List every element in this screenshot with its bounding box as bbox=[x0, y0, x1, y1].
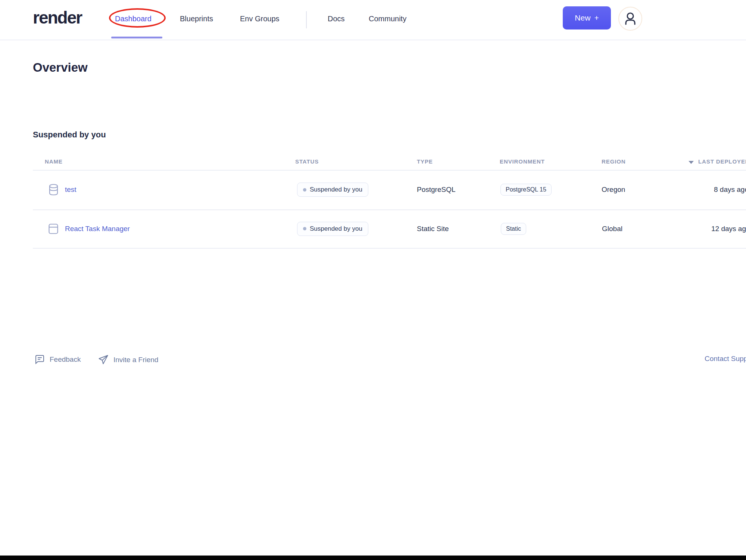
environment-badge: PostgreSQL 15 bbox=[500, 184, 552, 196]
status-dot-icon bbox=[303, 188, 306, 192]
status-badge: Suspended by you bbox=[297, 222, 368, 236]
column-header-type: TYPE bbox=[417, 158, 433, 165]
column-header-environment: ENVIRONMENT bbox=[500, 158, 545, 165]
table-bottom-divider bbox=[33, 248, 746, 249]
feedback-label: Feedback bbox=[50, 355, 81, 364]
nav-env-groups[interactable]: Env Groups bbox=[240, 15, 280, 23]
feedback-icon bbox=[35, 355, 45, 364]
nav-divider bbox=[306, 11, 307, 28]
database-icon bbox=[49, 184, 59, 196]
section-heading: Suspended by you bbox=[33, 130, 106, 140]
column-header-last-deployed[interactable]: LAST DEPLOYED bbox=[698, 158, 746, 165]
status-dot-icon bbox=[303, 227, 306, 230]
user-avatar-button[interactable] bbox=[618, 7, 642, 31]
status-badge: Suspended by you bbox=[297, 183, 368, 197]
invite-label: Invite a Friend bbox=[113, 356, 158, 364]
active-tab-underline bbox=[111, 37, 162, 38]
service-name-link[interactable]: React Task Manager bbox=[65, 225, 130, 233]
sort-descending-icon bbox=[689, 161, 694, 164]
person-icon bbox=[622, 11, 638, 27]
nav-community[interactable]: Community bbox=[369, 15, 406, 23]
feedback-link[interactable]: Feedback bbox=[35, 355, 81, 364]
render-dashboard-page: render Dashboard Blueprints Env Groups D… bbox=[0, 0, 746, 560]
column-header-status: STATUS bbox=[295, 158, 319, 165]
service-region: Oregon bbox=[602, 186, 625, 194]
page-title: Overview bbox=[33, 60, 88, 75]
nav-community-label: Community bbox=[369, 15, 406, 23]
contact-support-link[interactable]: Contact Support bbox=[705, 355, 746, 363]
status-badge-label: Suspended by you bbox=[310, 186, 362, 193]
nav-blueprints[interactable]: Blueprints bbox=[180, 15, 213, 23]
nav-dashboard-label: Dashboard bbox=[115, 15, 152, 23]
environment-badge: Static bbox=[501, 223, 526, 235]
nav-env-groups-label: Env Groups bbox=[240, 15, 280, 23]
last-deploy-value: 8 days ago bbox=[714, 186, 746, 194]
table-row[interactable]: React Task Manager Suspended by you Stat… bbox=[0, 209, 746, 248]
new-button[interactable]: New + bbox=[563, 6, 611, 29]
last-deploy-value: 12 days ago bbox=[711, 225, 746, 233]
status-badge-label: Suspended by you bbox=[310, 225, 362, 233]
nav-dashboard[interactable]: Dashboard bbox=[115, 15, 152, 23]
contact-support-label: Contact Support bbox=[705, 355, 746, 363]
column-header-name: NAME bbox=[45, 158, 63, 165]
plus-icon: + bbox=[594, 13, 599, 22]
top-nav: render Dashboard Blueprints Env Groups D… bbox=[0, 0, 746, 40]
new-button-label: New bbox=[575, 13, 590, 22]
static-site-icon bbox=[49, 224, 58, 234]
table-row[interactable]: test Suspended by you PostgreSQL Postgre… bbox=[0, 170, 746, 209]
service-type: Static Site bbox=[417, 225, 449, 233]
render-logo[interactable]: render bbox=[33, 7, 82, 28]
paper-plane-icon bbox=[98, 355, 109, 365]
service-name-link[interactable]: test bbox=[65, 186, 77, 194]
nav-docs[interactable]: Docs bbox=[328, 15, 345, 23]
column-header-region: REGION bbox=[602, 158, 626, 165]
nav-blueprints-label: Blueprints bbox=[180, 15, 213, 23]
service-region: Global bbox=[602, 225, 622, 233]
nav-docs-label: Docs bbox=[328, 15, 345, 23]
invite-a-friend-link[interactable]: Invite a Friend bbox=[98, 355, 158, 365]
service-type: PostgreSQL bbox=[417, 186, 456, 194]
bottom-black-bar bbox=[0, 556, 746, 560]
